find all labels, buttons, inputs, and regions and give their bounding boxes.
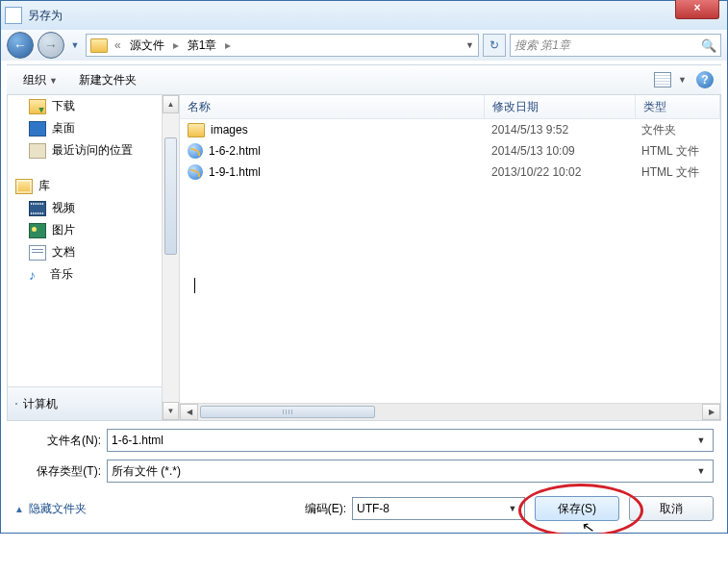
- file-name: 1-6-2.html: [209, 144, 261, 158]
- scroll-up-button[interactable]: ▲: [163, 95, 179, 113]
- picture-icon: [29, 223, 46, 238]
- sidebar-item-videos[interactable]: 视频: [8, 197, 179, 219]
- recent-icon: [29, 143, 46, 159]
- col-date[interactable]: 修改日期: [485, 95, 636, 118]
- nav-row: ← → ▼ « 源文件 ▸ 第1章 ▸ ▼ ↻ 搜索 第1章 🔍: [1, 30, 727, 61]
- help-button[interactable]: ?: [696, 71, 714, 88]
- filetype-select[interactable]: 所有文件 (*.*) ▼: [107, 460, 714, 483]
- folder-icon: [188, 123, 205, 137]
- breadcrumb-level1[interactable]: 源文件: [128, 36, 166, 56]
- chevron-down-icon[interactable]: ▼: [465, 40, 474, 50]
- back-button[interactable]: ←: [7, 32, 34, 59]
- library-icon: [15, 179, 33, 194]
- forward-button[interactable]: →: [38, 32, 64, 59]
- ie-icon: [188, 143, 203, 159]
- search-icon: 🔍: [701, 38, 716, 53]
- chevron-down-icon[interactable]: ▼: [505, 504, 520, 513]
- filetype-value: 所有文件 (*.*): [112, 463, 693, 480]
- sidebar-item-desktop[interactable]: 桌面: [8, 117, 179, 139]
- breadcrumb-level2[interactable]: 第1章: [186, 36, 219, 56]
- file-row[interactable]: images2014/5/13 9:52文件夹: [180, 119, 720, 140]
- chevron-down-icon: ▼: [49, 76, 58, 86]
- history-dropdown[interactable]: ▼: [68, 33, 82, 58]
- encoding-group: 编码(E): UTF-8 ▼: [305, 497, 525, 520]
- hide-folders-link[interactable]: ▲ 隐藏文件夹: [14, 501, 87, 517]
- toolbar: 组织▼ 新建文件夹 ▼ ?: [7, 64, 721, 95]
- sidebar: 下载 桌面 最近访问的位置 库 视频 图片 文档 ♪音乐 计算机 ▲ ▼: [8, 95, 180, 420]
- file-type: HTML 文件: [634, 164, 720, 181]
- download-icon: [29, 99, 46, 114]
- new-folder-button[interactable]: 新建文件夹: [70, 68, 145, 92]
- sidebar-item-downloads[interactable]: 下载: [8, 95, 179, 117]
- file-rows: images2014/5/13 9:52文件夹1-6-2.html2014/5/…: [180, 119, 720, 403]
- page-icon: [5, 7, 22, 24]
- sidebar-item-documents[interactable]: 文档: [8, 241, 179, 263]
- view-button[interactable]: ▼: [650, 70, 690, 89]
- save-button[interactable]: 保存(S) ↖: [535, 496, 619, 521]
- file-row[interactable]: 1-6-2.html2014/5/13 10:09HTML 文件: [180, 140, 720, 162]
- scroll-down-button[interactable]: ▼: [163, 402, 179, 420]
- chevron-down-icon[interactable]: ▼: [693, 466, 709, 476]
- scroll-right-button[interactable]: ▶: [702, 404, 720, 420]
- video-icon: [29, 201, 46, 216]
- col-name[interactable]: 名称: [180, 95, 485, 118]
- file-pane: 名称 修改日期 类型 images2014/5/13 9:52文件夹1-6-2.…: [180, 95, 720, 420]
- search-input[interactable]: 搜索 第1章 🔍: [510, 34, 721, 57]
- file-type: 文件夹: [634, 122, 720, 138]
- sidebar-item-libraries[interactable]: 库: [8, 175, 179, 197]
- file-name: 1-9-1.html: [209, 165, 261, 179]
- sidebar-scrollbar[interactable]: ▲ ▼: [162, 95, 179, 420]
- file-date: 2013/10/22 10:02: [484, 165, 634, 179]
- filename-value: 1-6-1.html: [112, 434, 693, 447]
- scroll-track[interactable]: [163, 113, 179, 402]
- sidebar-item-computer[interactable]: 计算机: [8, 386, 179, 420]
- grip-icon: [283, 410, 292, 414]
- chevron-down-icon[interactable]: ▼: [693, 435, 709, 445]
- sidebar-list: 下载 桌面 最近访问的位置 库 视频 图片 文档 ♪音乐: [8, 95, 179, 386]
- scroll-left-button[interactable]: ◀: [180, 404, 198, 420]
- scroll-thumb[interactable]: [200, 406, 375, 418]
- window-title: 另存为: [28, 8, 63, 24]
- ie-icon: [188, 164, 203, 180]
- filename-input[interactable]: 1-6-1.html ▼: [107, 429, 714, 452]
- breadcrumb-sep: «: [112, 38, 124, 52]
- col-type[interactable]: 类型: [636, 95, 720, 118]
- document-icon: [29, 245, 46, 261]
- file-type: HTML 文件: [634, 143, 720, 160]
- scroll-thumb[interactable]: [164, 137, 177, 255]
- file-date: 2014/5/13 10:09: [484, 144, 634, 158]
- organize-button[interactable]: 组织▼: [14, 68, 66, 92]
- save-as-dialog: 另存为 × ← → ▼ « 源文件 ▸ 第1章 ▸ ▼ ↻ 搜索 第1章 🔍 组…: [0, 0, 728, 534]
- sidebar-item-music[interactable]: ♪音乐: [8, 263, 179, 286]
- text-cursor: [194, 278, 195, 293]
- address-bar[interactable]: « 源文件 ▸ 第1章 ▸ ▼: [86, 34, 479, 57]
- refresh-button[interactable]: ↻: [483, 34, 506, 57]
- filename-row: 文件名(N): 1-6-1.html ▼: [14, 429, 714, 452]
- collapse-icon: ▲: [14, 504, 24, 514]
- column-headers: 名称 修改日期 类型: [180, 95, 720, 119]
- search-placeholder: 搜索 第1章: [515, 37, 570, 54]
- file-date: 2014/5/13 9:52: [484, 123, 634, 137]
- close-button[interactable]: ×: [675, 0, 719, 19]
- file-name: images: [211, 123, 248, 137]
- cancel-button[interactable]: 取消: [629, 496, 714, 521]
- encoding-value: UTF-8: [357, 502, 505, 515]
- horizontal-scrollbar[interactable]: ◀ ▶: [180, 403, 720, 420]
- filetype-label: 保存类型(T):: [14, 463, 107, 480]
- desktop-icon: [29, 121, 46, 137]
- file-row[interactable]: 1-9-1.html2013/10/22 10:02HTML 文件: [180, 162, 720, 183]
- filetype-row: 保存类型(T): 所有文件 (*.*) ▼: [14, 460, 714, 483]
- encoding-select[interactable]: UTF-8 ▼: [352, 497, 525, 520]
- filename-label: 文件名(N):: [14, 433, 107, 449]
- sidebar-item-pictures[interactable]: 图片: [8, 219, 179, 241]
- cursor-icon: ↖: [580, 517, 595, 534]
- folder-icon: [90, 38, 108, 53]
- chevron-down-icon: ▼: [678, 75, 687, 85]
- view-icon: [654, 72, 671, 87]
- chevron-right-icon[interactable]: ▸: [222, 38, 234, 52]
- encoding-label: 编码(E):: [305, 501, 346, 517]
- chevron-right-icon[interactable]: ▸: [170, 38, 182, 52]
- scroll-track[interactable]: [198, 404, 702, 420]
- sidebar-item-recent[interactable]: 最近访问的位置: [8, 139, 179, 162]
- computer-icon: [15, 403, 17, 405]
